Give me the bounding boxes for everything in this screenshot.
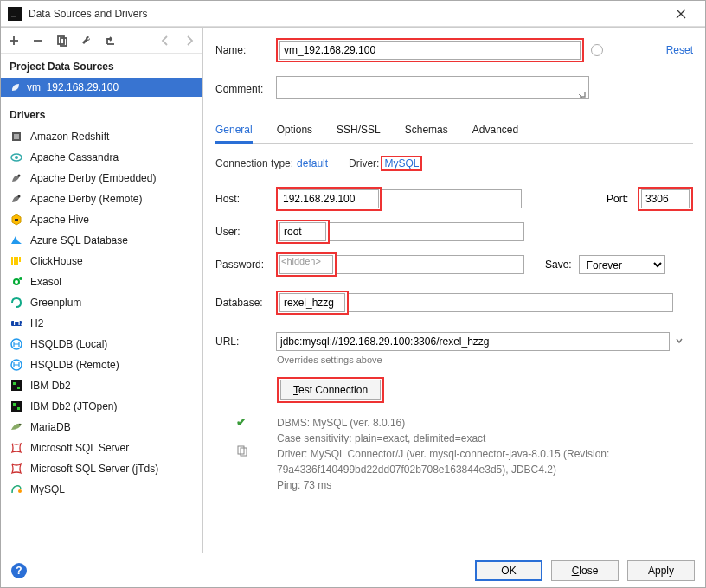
driver-icon <box>10 441 23 455</box>
forward-icon[interactable] <box>182 33 197 48</box>
driver-item[interactable]: MariaDB <box>1 417 202 438</box>
add-icon[interactable] <box>6 33 22 48</box>
driver-item[interactable]: ClickHouse <box>1 251 202 272</box>
password-label: Password: <box>215 259 276 271</box>
driver-label: Apache Derby (Remote) <box>30 193 142 205</box>
data-source-item[interactable]: vm_192.168.29.100 <box>1 78 202 97</box>
reset-drivers-icon[interactable] <box>103 33 119 48</box>
driver-item[interactable]: MySQL <box>1 479 202 500</box>
comment-label: Comment: <box>215 83 276 95</box>
svg-rect-27 <box>13 382 16 385</box>
driver-link[interactable]: MySQL <box>384 157 419 169</box>
dialog-footer: ? OK Close Apply <box>1 553 705 587</box>
driver-icon <box>10 483 23 496</box>
database-input-ext[interactable] <box>349 293 673 312</box>
svg-rect-11 <box>14 134 19 139</box>
host-input[interactable] <box>279 189 379 208</box>
driver-icon <box>10 213 23 227</box>
driver-icon <box>10 150 23 164</box>
driver-label: Azure SQL Database <box>30 234 128 246</box>
close-icon[interactable] <box>664 2 698 26</box>
remove-icon[interactable] <box>30 33 46 48</box>
copy-icon[interactable] <box>55 33 70 48</box>
connection-type-link[interactable]: default <box>297 157 328 169</box>
driver-item[interactable]: Azure SQL Database <box>1 230 202 251</box>
svg-rect-18 <box>16 257 18 265</box>
driver-icon <box>10 358 23 372</box>
wrench-icon[interactable] <box>79 33 94 48</box>
app-icon <box>8 7 22 21</box>
driver-icon <box>10 254 23 268</box>
left-panel: Project Data Sources vm_192.168.29.100 D… <box>1 28 203 553</box>
password-input-ext[interactable] <box>337 255 524 274</box>
svg-rect-17 <box>14 257 16 265</box>
svg-rect-28 <box>17 387 20 389</box>
url-dropdown-icon[interactable] <box>670 336 689 348</box>
driver-item[interactable]: Microsoft SQL Server <box>1 438 202 458</box>
user-input[interactable] <box>279 222 326 241</box>
database-input[interactable] <box>279 293 345 312</box>
driver-item[interactable]: Apache Derby (Embedded) <box>1 168 202 189</box>
url-input[interactable] <box>276 332 670 351</box>
driver-item[interactable]: Apache Hive <box>1 209 202 230</box>
driver-item[interactable]: HSQLDB (Remote) <box>1 355 202 375</box>
driver-item[interactable]: Apache Derby (Remote) <box>1 189 202 209</box>
driver-icon <box>10 171 23 185</box>
driver-icon <box>10 462 23 476</box>
section-project-data-sources: Project Data Sources <box>1 54 202 78</box>
driver-label: IBM Db2 (JTOpen) <box>30 400 117 412</box>
driver-label: MariaDB <box>30 421 71 433</box>
driver-label: Amazon Redshift <box>30 131 109 143</box>
back-icon[interactable] <box>157 33 173 48</box>
host-input-ext[interactable] <box>382 189 522 208</box>
apply-button[interactable]: Apply <box>627 560 695 581</box>
driver-label: HSQLDB (Remote) <box>30 359 119 371</box>
result-line: Case sensitivity: plain=exact, delimited… <box>277 431 658 446</box>
driver-item[interactable]: Amazon Redshift <box>1 126 202 147</box>
user-input-ext[interactable] <box>330 222 524 241</box>
driver-label: MySQL <box>30 483 65 495</box>
expand-icon[interactable] <box>578 90 587 99</box>
data-source-list: vm_192.168.29.100 <box>1 78 202 97</box>
copy-result-icon[interactable] <box>236 444 257 459</box>
comment-input[interactable] <box>276 76 589 99</box>
driver-item[interactable]: Apache Cassandra <box>1 147 202 168</box>
tab-schemas[interactable]: Schemas <box>405 118 448 143</box>
port-input[interactable] <box>641 189 690 208</box>
svg-rect-30 <box>13 403 16 406</box>
driver-icon <box>10 192 23 206</box>
driver-icon: H2 <box>10 316 23 330</box>
driver-label: Exasol <box>30 276 61 288</box>
driver-label: Apache Cassandra <box>30 151 119 163</box>
save-select[interactable]: Forever <box>579 255 665 274</box>
driver-item[interactable]: HSQLDB (Local) <box>1 334 202 355</box>
driver-item[interactable]: IBM Db2 (JTOpen) <box>1 396 202 417</box>
result-line: DBMS: MySQL (ver. 8.0.16) <box>277 415 658 431</box>
name-label: Name: <box>215 44 276 56</box>
tab-general[interactable]: General <box>215 118 253 144</box>
driver-item[interactable]: IBM Db2 <box>1 375 202 396</box>
name-input[interactable] <box>279 41 581 60</box>
ok-button[interactable]: OK <box>475 560 542 581</box>
driver-icon <box>10 233 23 247</box>
driver-item[interactable]: Greenplum <box>1 292 202 313</box>
success-check-icon: ✔ <box>236 415 257 429</box>
svg-rect-0 <box>10 9 20 19</box>
tab-options[interactable]: Options <box>277 118 312 143</box>
tab-sshssl[interactable]: SSH/SSL <box>337 118 381 143</box>
help-button[interactable]: ? <box>11 563 27 578</box>
driver-item[interactable]: Microsoft SQL Server (jTds) <box>1 458 202 479</box>
url-label: URL: <box>215 336 276 348</box>
test-connection-button[interactable]: Test Connection <box>280 380 381 400</box>
driver-label: Microsoft SQL Server <box>30 442 129 454</box>
driver-label: IBM Db2 <box>30 380 71 392</box>
save-label: Save: <box>545 259 572 271</box>
reset-link[interactable]: Reset <box>666 44 693 56</box>
password-input[interactable] <box>279 255 333 274</box>
driver-item[interactable]: Exasol <box>1 272 202 292</box>
close-button[interactable]: Close <box>551 560 619 581</box>
driver-item[interactable]: H2H2 <box>1 313 202 334</box>
tab-advanced[interactable]: Advanced <box>472 118 518 143</box>
driver-label: Microsoft SQL Server (jTds) <box>30 463 158 475</box>
driver-label: Driver: <box>349 157 379 169</box>
